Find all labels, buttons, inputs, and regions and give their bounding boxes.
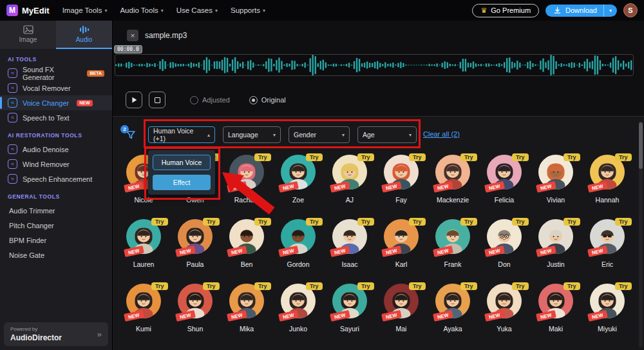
filter-button[interactable]: 2 xyxy=(126,130,136,142)
sidebar-item-vocal-remover[interactable]: Vocal Remover xyxy=(0,81,112,95)
try-badge[interactable]: Try xyxy=(306,153,323,161)
try-badge[interactable]: Try xyxy=(357,218,374,226)
go-premium-button[interactable]: ♛ Go Premium xyxy=(472,4,539,17)
try-badge[interactable]: Try xyxy=(512,153,529,161)
tab-audio[interactable]: Audio xyxy=(56,21,112,49)
menu-option-effect[interactable]: Effect xyxy=(153,175,211,190)
myedit-logo[interactable]: M MyEdit xyxy=(6,5,50,16)
sidebar-item-speech-to-text[interactable]: Speech to Text xyxy=(0,110,112,125)
sidebar-item-sound-fx-generator[interactable]: Sound FX GeneratorBETA xyxy=(0,66,112,81)
try-badge[interactable]: Try xyxy=(615,282,632,290)
sidebar-item-audio-trimmer[interactable]: Audio Trimmer xyxy=(0,203,112,218)
voice-card-justin[interactable]: TryNEWJustin xyxy=(530,218,582,282)
voice-card-aj[interactable]: TryNEWAJ xyxy=(324,153,375,218)
try-badge[interactable]: Try xyxy=(151,282,168,290)
play-button[interactable] xyxy=(126,92,142,108)
voice-card-fay[interactable]: TryNEWFay xyxy=(375,153,427,218)
try-badge[interactable]: Try xyxy=(512,218,529,226)
filter-dropdown-gender[interactable]: Gender▾ xyxy=(289,126,350,143)
menu-option-human-voice[interactable]: Human Voice xyxy=(153,155,211,170)
sidebar-item-noise-gate[interactable]: Noise Gate xyxy=(0,248,112,262)
new-badge: NEW xyxy=(227,246,247,257)
sidebar-item-bpm-finder[interactable]: BPM Finder xyxy=(0,233,112,248)
nav-menu-label: Use Cases xyxy=(176,6,213,14)
nav-menu-use-cases[interactable]: Use Cases▾ xyxy=(176,6,218,14)
sidebar-item-audio-denoise[interactable]: Audio Denoise xyxy=(0,142,112,157)
voice-card-vivian[interactable]: TryNEWVivian xyxy=(530,153,582,218)
voice-card-shun[interactable]: TryNEWShun xyxy=(169,282,221,347)
download-button[interactable]: Download xyxy=(545,5,603,17)
try-badge[interactable]: Try xyxy=(615,153,632,161)
account-avatar[interactable]: S xyxy=(623,3,638,17)
waveform-container[interactable] xyxy=(115,54,634,76)
voice-card-lauren[interactable]: TryNEWLauren xyxy=(118,218,169,282)
voice-card-maki[interactable]: TryNEWMaki xyxy=(530,282,582,347)
voice-card-paula[interactable]: TryNEWPaula xyxy=(169,218,221,282)
try-badge[interactable]: Try xyxy=(564,218,580,226)
sidebar-item-speech-enhancement[interactable]: Speech Enhancement xyxy=(0,171,112,186)
voice-card-miyuki[interactable]: TryNEWMiyuki xyxy=(582,282,633,347)
try-badge[interactable]: Try xyxy=(357,282,374,290)
voice-card-karl[interactable]: TryNEWKarl xyxy=(375,218,427,282)
try-badge[interactable]: Try xyxy=(409,153,426,161)
voice-card-hannah[interactable]: TryNEWHannah xyxy=(582,153,633,218)
try-badge[interactable]: Try xyxy=(203,282,220,290)
voice-card-mackenzie[interactable]: TryNEWMackenzie xyxy=(427,153,478,218)
try-badge[interactable]: Try xyxy=(460,282,477,290)
sidebar-item-voice-changer[interactable]: Voice ChangerNEW xyxy=(0,95,112,110)
voice-card-yuka[interactable]: TryNEWYuka xyxy=(478,282,530,347)
radio-adjusted[interactable]: Adjusted xyxy=(190,96,230,104)
clear-all-link[interactable]: Clear all (2) xyxy=(423,130,460,138)
voice-card-frank[interactable]: TryNEWFrank xyxy=(427,218,478,282)
sidebar-item-pitch-changer[interactable]: Pitch Changer xyxy=(0,218,112,233)
try-badge[interactable]: Try xyxy=(254,218,271,226)
radio-original[interactable]: Original xyxy=(249,96,286,104)
try-badge[interactable]: Try xyxy=(460,153,477,161)
try-badge[interactable]: Try xyxy=(306,218,323,226)
try-badge[interactable]: Try xyxy=(460,218,477,226)
filter-dropdown-human-voice-1[interactable]: Human Voice (+1)▴ xyxy=(148,126,215,143)
try-badge[interactable]: Try xyxy=(409,218,426,226)
try-badge[interactable]: Try xyxy=(254,153,271,161)
try-badge[interactable]: Try xyxy=(151,218,168,226)
radio-circle-icon xyxy=(190,96,198,104)
download-dropdown-button[interactable]: ▾ xyxy=(603,5,617,17)
voice-card-mika[interactable]: TryNEWMika xyxy=(221,282,272,347)
voice-card-rachael[interactable]: TryNEWRachael xyxy=(221,153,272,218)
voice-card-isaac[interactable]: TryNEWIsaac xyxy=(324,218,375,282)
voice-card-zoe[interactable]: TryNEWZoe xyxy=(272,153,324,218)
sound-fx-generator-icon xyxy=(8,68,17,78)
voice-card-mai[interactable]: TryNEWMai xyxy=(375,282,427,347)
scrollbar-thumb[interactable] xyxy=(639,122,643,169)
voice-card-ben[interactable]: TryNEWBen xyxy=(221,218,272,282)
scrollbar[interactable] xyxy=(639,121,643,347)
try-badge[interactable]: Try xyxy=(254,282,271,290)
audiodirector-banner[interactable]: Powered by AudioDirector » xyxy=(4,322,108,346)
voice-card-ayaka[interactable]: TryNEWAyaka xyxy=(427,282,478,347)
try-badge[interactable]: Try xyxy=(357,153,374,161)
try-badge[interactable]: Try xyxy=(615,218,632,226)
voice-card-felicia[interactable]: TryNEWFelicia xyxy=(478,153,530,218)
try-badge[interactable]: Try xyxy=(512,282,529,290)
voice-card-kumi[interactable]: TryNEWKumi xyxy=(118,282,169,347)
try-badge[interactable]: Try xyxy=(564,282,580,290)
voice-card-sayuri[interactable]: TryNEWSayuri xyxy=(324,282,375,347)
voice-card-junko[interactable]: TryNEWJunko xyxy=(272,282,324,347)
nav-menu-supports[interactable]: Supports▾ xyxy=(231,6,265,14)
nav-menu-audio-tools[interactable]: Audio Tools▾ xyxy=(120,6,163,14)
voice-card-don[interactable]: TryNEWDon xyxy=(478,218,530,282)
try-badge[interactable]: Try xyxy=(564,153,580,161)
speech-to-text-icon xyxy=(8,113,17,122)
voice-card-gordon[interactable]: TryNEWGordon xyxy=(272,218,324,282)
filter-dropdown-language[interactable]: Language▾ xyxy=(223,126,281,143)
voice-card-eric[interactable]: TryNEWEric xyxy=(582,218,633,282)
try-badge[interactable]: Try xyxy=(306,282,323,290)
tab-image[interactable]: Image xyxy=(0,21,56,49)
nav-menu-image-tools[interactable]: Image Tools▾ xyxy=(62,6,108,14)
close-file-button[interactable]: × xyxy=(127,30,138,41)
try-badge[interactable]: Try xyxy=(203,218,220,226)
filter-dropdown-age[interactable]: Age▾ xyxy=(357,126,417,143)
stop-button[interactable] xyxy=(149,92,166,108)
sidebar-item-wind-remover[interactable]: Wind Remover xyxy=(0,157,112,171)
try-badge[interactable]: Try xyxy=(409,282,426,290)
